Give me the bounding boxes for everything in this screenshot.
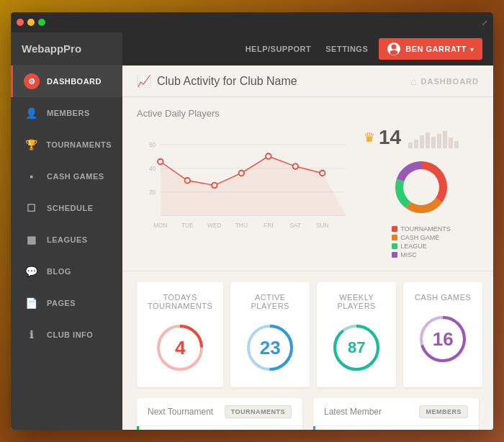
section-label: Next Tournament [148, 407, 213, 417]
close-btn[interactable] [17, 19, 24, 26]
sidebar-item-blog[interactable]: 💬 BLOG [11, 256, 122, 287]
sidebar-item-club-info[interactable]: ℹ CLUB INFO [11, 319, 122, 351]
tournaments-dot [392, 226, 397, 232]
help-link[interactable]: HELP/SUPPORT [246, 45, 312, 53]
maximize-btn[interactable] [38, 19, 45, 26]
legend-label: CASH GAME [400, 234, 439, 241]
sidebar-item-label: SCHEDULE [47, 204, 94, 212]
bar-item [414, 140, 418, 148]
sidebar-item-label: MEMBERS [47, 109, 90, 117]
latest-member-card: Latest Member MEMBERS [313, 398, 479, 430]
sidebar: WebappPro ⚙ DASHBOARD 👤 MEMBERS 🏆 TOURNA… [11, 32, 122, 430]
stat-value: 16 [433, 328, 454, 351]
main-area: HELP/SUPPORT SETTINGS BEN GARRATT ▾ [122, 32, 493, 430]
stat-card-cash-games: Cash Games 16 [403, 282, 482, 387]
svg-text:SUN: SUN [316, 222, 329, 229]
user-avatar [387, 42, 400, 55]
svg-text:SAT: SAT [289, 222, 301, 229]
info-card-header: Next Tournament TOURNAMENTS [137, 398, 302, 426]
bottom-row: Next Tournament TOURNAMENTS Tournament N… [122, 398, 493, 430]
next-tournament-card: Next Tournament TOURNAMENTS Tournament N… [137, 398, 302, 430]
topnav-links: HELP/SUPPORT SETTINGS BEN GARRATT ▾ [133, 38, 482, 60]
legend-item-misc: MISC [392, 251, 450, 258]
line-chart: 60 40 20 [137, 126, 353, 241]
sidebar-item-schedule[interactable]: ☐ SCHEDULE [11, 192, 122, 224]
line-chart-svg: 60 40 20 [137, 126, 353, 241]
club-info-icon: ℹ [24, 327, 40, 343]
page-title: Club Activity for Club Name [157, 75, 297, 88]
info-card-header: Latest Member MEMBERS [313, 398, 479, 426]
svg-point-16 [320, 171, 325, 176]
app-body: WebappPro ⚙ DASHBOARD 👤 MEMBERS 🏆 TOURNA… [11, 32, 493, 430]
bar-item [426, 132, 430, 148]
page-title-icon: 📈 [137, 74, 151, 88]
league-dot [392, 243, 397, 249]
members-icon: 👤 [24, 105, 40, 121]
sidebar-item-members[interactable]: 👤 MEMBERS [11, 97, 122, 129]
sidebar-item-label: LEAGUES [47, 235, 88, 244]
bar-item [408, 143, 413, 148]
misc-dot [392, 252, 397, 258]
legend-label: TOURNAMENTS [400, 225, 450, 233]
bar-item [437, 134, 441, 148]
main-content: 📈 Club Activity for Club Name ⌂ DASHBOAR… [122, 66, 493, 430]
stat-value: 4 [175, 337, 185, 359]
settings-link[interactable]: SETTINGS [325, 45, 368, 53]
app-window: ⤢ WebappPro ⚙ DASHBOARD 👤 MEMBERS 🏆 TOUR… [11, 12, 493, 430]
section-label: Latest Member [324, 407, 382, 417]
section-badge[interactable]: TOURNAMENTS [225, 405, 292, 418]
schedule-icon: ☐ [24, 200, 40, 216]
blog-icon: 💬 [24, 263, 40, 279]
dashboard-icon: ⚙ [24, 73, 40, 89]
sidebar-logo: WebappPro [11, 32, 122, 66]
logo-text: WebappPro [22, 42, 81, 55]
expand-icon[interactable]: ⤢ [482, 19, 487, 27]
circle-stat: 16 [414, 310, 472, 368]
stat-card-active-players: Active Players 23 [230, 282, 310, 387]
donut-legend: TOURNAMENTS CASH GAME LEAGUE [392, 225, 450, 260]
legend-label: MISC [400, 251, 417, 258]
crown-icon: ♛ [364, 130, 375, 145]
stat-card-tournaments: Todays Tournaments 4 [137, 282, 223, 387]
stat-value: 87 [348, 338, 365, 357]
cash-games-icon: ▪ [24, 168, 40, 184]
sidebar-item-dashboard[interactable]: ⚙ DASHBOARD [11, 66, 122, 97]
svg-point-11 [185, 178, 191, 184]
member-card-body: John Smith Membership No. 007 Edit [313, 426, 479, 430]
charts-section: Active Daily Players 60 [122, 97, 493, 271]
svg-point-13 [239, 171, 245, 176]
bar-item [454, 141, 459, 148]
minimize-btn[interactable] [27, 19, 35, 26]
svg-point-15 [293, 163, 299, 169]
svg-point-0 [392, 45, 397, 50]
circle-stat: 23 [241, 319, 299, 376]
user-name: BEN GARRATT [405, 45, 467, 53]
legend-item-league: LEAGUE [392, 243, 450, 250]
svg-point-14 [266, 153, 271, 159]
tournaments-icon: 🏆 [24, 137, 39, 153]
legend-item-cash-game: CASH GAME [392, 234, 450, 241]
sidebar-item-label: CLUB INFO [47, 330, 93, 339]
sidebar-item-leagues[interactable]: ▦ LEAGUES [11, 224, 122, 256]
circle-stat: 4 [151, 319, 209, 376]
sidebar-item-tournaments[interactable]: 🏆 TOURNAMENTS [11, 129, 122, 161]
chart-title: Active Daily Players [137, 108, 479, 119]
sidebar-item-pages[interactable]: 📄 PAGES [11, 287, 122, 319]
titlebar: ⤢ [11, 12, 493, 32]
svg-point-12 [212, 183, 217, 189]
section-badge[interactable]: MEMBERS [419, 405, 468, 418]
svg-text:FRI: FRI [264, 222, 274, 229]
sidebar-item-cash-games[interactable]: ▪ CASH GAMES [11, 161, 122, 192]
sidebar-item-label: DASHBOARD [47, 77, 102, 86]
bar-item [449, 137, 453, 148]
stat-label: Active Players [241, 293, 299, 310]
stats-row: Todays Tournaments 4 Active Players [122, 271, 493, 398]
user-menu[interactable]: BEN GARRATT ▾ [379, 38, 482, 60]
page-header: 📈 Club Activity for Club Name ⌂ DASHBOAR… [122, 66, 493, 97]
bar-chart-small [408, 127, 459, 148]
bar-item [420, 135, 424, 148]
svg-text:TUE: TUE [181, 222, 194, 229]
chart-row: 60 40 20 [137, 126, 479, 260]
leagues-icon: ▦ [24, 232, 40, 248]
chart-right: ♛ 14 [364, 126, 479, 260]
